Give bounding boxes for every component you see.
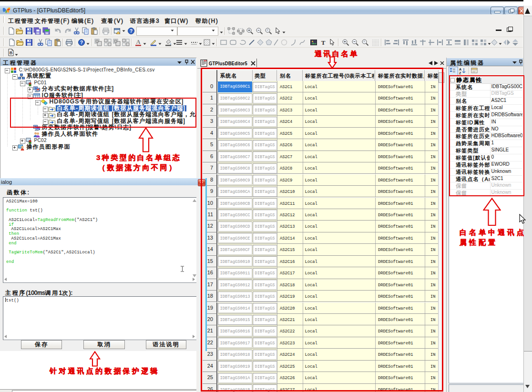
svg-text:?: ? [80,40,83,45]
svg-text:A: A [136,39,141,45]
svg-text:B: B [10,50,13,55]
svg-text:A: A [459,68,461,71]
svg-text:T: T [321,39,326,46]
svg-text:?: ? [130,29,133,34]
svg-text:Z: Z [459,71,461,74]
